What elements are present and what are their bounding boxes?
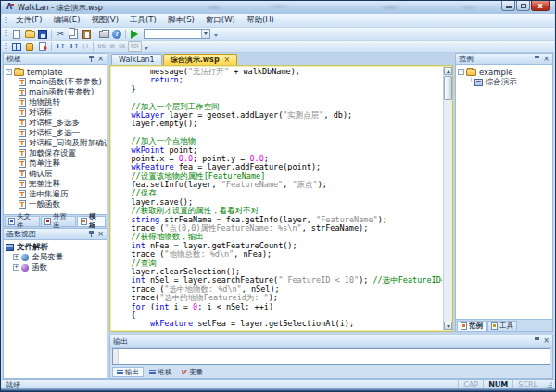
tree-root-example[interactable]: - example — [458, 67, 552, 77]
template-item-label: 选中集遍历 — [29, 189, 69, 199]
scroll-down-icon[interactable] — [444, 322, 452, 330]
new-file-button[interactable] — [10, 29, 23, 40]
template-item-10[interactable]: T完整注释 — [6, 179, 107, 189]
pan-hand-button[interactable] — [23, 41, 36, 52]
code-content[interactable]: message("无法打开" + walkDbName); return; } … — [112, 68, 442, 329]
format-glyph-button-4[interactable]: 66 — [95, 42, 107, 51]
template-item-4[interactable]: T对话框_多选多 — [6, 118, 107, 128]
save-button[interactable] — [36, 29, 49, 40]
page-arrow-icon — [39, 42, 46, 51]
scrollbar-thumb[interactable] — [444, 76, 452, 100]
template-item-12[interactable]: T一般函数 — [6, 199, 107, 209]
scroll-up-icon[interactable] — [444, 67, 452, 75]
function-item-0[interactable]: +全局变量 — [6, 252, 107, 262]
tree-item-demo[interactable]: └ 综合演示 — [458, 77, 552, 87]
copy-button[interactable] — [67, 29, 80, 40]
close-button[interactable]: x — [531, 1, 550, 11]
tools-icon — [491, 322, 498, 330]
menu-item-4[interactable]: 脚本(S) — [162, 13, 200, 28]
paste-button[interactable] — [80, 29, 93, 40]
tree-root-template[interactable]: - template — [6, 67, 107, 77]
menu-item-3[interactable]: 工具(T) — [124, 13, 162, 28]
template-item-8[interactable]: T简单注释 — [6, 158, 107, 169]
pin-icon[interactable] — [535, 56, 539, 63]
tab-demo-wsp[interactable]: 综合演示.wsp × — [163, 54, 238, 65]
right-tab-1[interactable]: 工具 — [487, 321, 517, 331]
pin-icon[interactable] — [89, 56, 94, 63]
scissors-icon: ✂ — [57, 30, 64, 39]
menu-item-0[interactable]: 文件(F) — [10, 13, 48, 28]
help-icon: ? — [112, 30, 121, 39]
left-tab-0[interactable]: 头文件 — [5, 216, 40, 226]
pin-icon[interactable] — [535, 337, 539, 345]
editor-vertical-scrollbar[interactable] — [443, 67, 451, 330]
standard-toolbar: ✂ ? — [2, 28, 554, 41]
close-icon[interactable]: × — [543, 56, 550, 63]
left-tab-2[interactable]: 模板 — [77, 216, 106, 226]
code-line-21: trace ("地物总数: %d\n", nFea); — [112, 250, 442, 259]
expand-icon[interactable]: + — [13, 254, 19, 260]
open-file-button[interactable] — [23, 29, 36, 40]
output-tab-1[interactable]: 堆栈 — [145, 367, 175, 377]
template-item-9[interactable]: T确认层 — [6, 169, 107, 179]
template-item-3[interactable]: T对话框 — [6, 107, 107, 118]
template-item-6[interactable]: T对话框_问询及附加确认 — [6, 138, 107, 148]
right-tab-0[interactable]: 范例 — [457, 321, 486, 331]
collapse-icon[interactable]: - — [6, 69, 12, 75]
tab-label: 工具 — [499, 322, 513, 331]
workspace-grid-button[interactable] — [10, 41, 23, 52]
output-textarea[interactable] — [112, 348, 550, 365]
toolbar-overflow-button[interactable] — [212, 29, 219, 39]
new-file-icon — [13, 30, 20, 39]
format-glyph-button-0[interactable]: T↑ — [54, 42, 68, 51]
menu-item-6[interactable]: 帮助(H) — [241, 13, 280, 28]
left-tab-1[interactable]: 外置库 — [41, 216, 76, 226]
function-item-1[interactable]: +函数 — [6, 262, 107, 272]
format-glyph-button-6[interactable]: sk — [117, 42, 128, 51]
close-icon[interactable]: × — [97, 56, 104, 63]
menu-item-5[interactable]: 窗口(W) — [200, 13, 241, 28]
format-glyph-button-7[interactable]: rol — [128, 41, 142, 52]
pin-icon[interactable] — [89, 231, 94, 238]
goto-page-button[interactable] — [36, 41, 49, 52]
lib-icon — [44, 218, 51, 225]
run-target-combobox[interactable] — [144, 29, 210, 39]
output-tab-0[interactable]: 输出 — [112, 367, 144, 377]
template-panel-title: 模板 — [6, 54, 21, 64]
format-glyph-button-5[interactable]: w — [107, 42, 117, 51]
menu-item-2[interactable]: 视图(V) — [86, 13, 124, 28]
format-glyph-button-2[interactable]: (T — [81, 42, 91, 51]
tree-root-file-parse[interactable]: 文件解析 — [6, 242, 107, 252]
print-button[interactable] — [97, 29, 110, 40]
run-button[interactable] — [128, 29, 141, 40]
template-item-5[interactable]: T对话框_多选一 — [6, 128, 107, 138]
output-tabstrip: 输出堆栈V变量 — [110, 366, 552, 378]
template-item-7[interactable]: T加载保存设置 — [6, 148, 107, 158]
template-item-1[interactable]: Tmain函数(带参数) — [6, 87, 107, 97]
template-item-0[interactable]: Tmain函数(不带参数) — [6, 77, 107, 87]
titlebar[interactable]: Λ WalkLan - 综合演示.wsp x — [1, 1, 555, 14]
tab-walklan1[interactable]: WalkLan1 — [111, 54, 162, 65]
tab-label: 范例 — [469, 322, 483, 331]
close-icon[interactable]: × — [97, 231, 104, 238]
expand-icon[interactable]: + — [13, 264, 19, 271]
tab-close-icon[interactable]: × — [224, 56, 231, 64]
output-tab-2[interactable]: V变量 — [177, 367, 207, 377]
template-item-11[interactable]: T选中集遍历 — [6, 189, 107, 199]
cut-button[interactable]: ✂ — [54, 29, 67, 40]
code-editor[interactable]: message("无法打开" + walkDbName); return; } … — [109, 65, 453, 332]
toolbar-overflow-button[interactable] — [144, 42, 150, 52]
maximize-button[interactable] — [516, 1, 530, 11]
tab-label: 输出 — [125, 368, 139, 377]
tree-root-label: template — [27, 68, 62, 77]
tab-label: 变量 — [189, 368, 203, 377]
minimize-button[interactable] — [501, 1, 515, 11]
format-glyph-button-1[interactable]: T↑ — [68, 42, 82, 51]
close-icon[interactable]: × — [543, 337, 550, 345]
help-button[interactable]: ? — [110, 29, 123, 40]
toolbar-separator — [93, 42, 94, 51]
collapse-icon[interactable]: - — [458, 69, 464, 75]
combobox-dropdown-icon[interactable] — [201, 30, 209, 38]
menu-item-1[interactable]: 编辑(E) — [48, 13, 86, 28]
template-item-2[interactable]: T地物跳转 — [6, 97, 107, 107]
